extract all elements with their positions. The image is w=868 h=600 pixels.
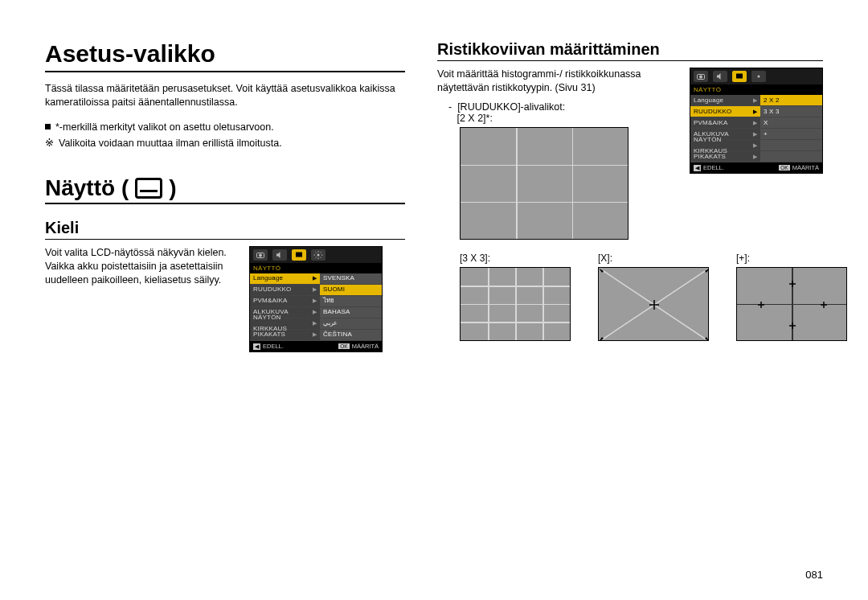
lang-cestina: ČEŠTINA bbox=[320, 330, 382, 341]
label-x: [X]: bbox=[598, 253, 709, 264]
svg-rect-6 bbox=[736, 74, 743, 79]
menu-title: NÄYTTÖ bbox=[250, 263, 382, 273]
ristikko-description: Voit määrittää histogrammi-/ ristikkoikk… bbox=[437, 68, 678, 95]
lang-suomi: SUOMI bbox=[320, 285, 382, 296]
tab-settings-icon bbox=[311, 249, 326, 261]
menu-item-ruudukko: RUUDUKKO▶ bbox=[690, 106, 760, 117]
menu-item-language: Language▶ bbox=[690, 95, 760, 106]
grid-menu-screenshot: NÄYTTÖ Language▶ RUUDUKKO▶ PVM&AIKA▶ ALK… bbox=[690, 68, 823, 174]
page-number: 081 bbox=[805, 569, 823, 581]
tab-camera-icon bbox=[694, 71, 708, 82]
footer-ok: OKMÄÄRITÄ bbox=[779, 164, 819, 171]
menu-item-ruudukko: RUUDUKKO▶ bbox=[250, 285, 320, 296]
lang-svenska: SVENSKA bbox=[320, 273, 382, 285]
page-title: Asetus-valikko bbox=[45, 40, 405, 72]
grid-preview-3x3 bbox=[460, 267, 571, 341]
subheading-kieli: Kieli bbox=[45, 219, 405, 240]
kieli-description: Voit valita LCD-näytössä näkyvän kielen.… bbox=[45, 246, 238, 287]
footer-ok: OKMÄÄRITÄ bbox=[338, 343, 379, 350]
bullet-notice: ※Valikoita voidaan muuttaa ilman erillis… bbox=[45, 135, 405, 151]
tab-display-icon bbox=[732, 71, 747, 82]
asterisk-icon: ※ bbox=[45, 138, 54, 149]
intro-text: Tässä tilassa määritetään perusasetukset… bbox=[45, 82, 405, 109]
section-naytto-heading: Näyttö ( ) bbox=[45, 175, 405, 204]
tab-sound-icon bbox=[272, 249, 287, 261]
monitor-icon bbox=[135, 178, 162, 199]
menu-item-kirkkaus: NÄYTÖN KIRKKAUS▶ bbox=[250, 318, 320, 330]
menu-item-pvmaika: PVM&AIKA▶ bbox=[690, 117, 760, 129]
tab-sound-icon bbox=[713, 71, 727, 82]
svg-point-7 bbox=[758, 76, 760, 78]
grid-preview-plus bbox=[736, 267, 847, 341]
square-bullet-icon bbox=[45, 124, 51, 129]
grid-opt-2x2: 2 X 2 bbox=[760, 95, 822, 106]
lang-thai: ไทย bbox=[320, 296, 382, 307]
lang-bahasa: BAHASA bbox=[320, 307, 382, 318]
bullet-default: *-merkillä merkityt valikot on asettu ol… bbox=[45, 119, 405, 135]
svg-point-0 bbox=[259, 253, 262, 257]
grid-preview-x bbox=[598, 267, 709, 341]
tab-display-icon bbox=[292, 249, 306, 261]
svg-rect-2 bbox=[296, 252, 302, 257]
footer-prev: ◀EDELL. bbox=[694, 164, 724, 171]
svg-line-8 bbox=[599, 268, 708, 340]
grid-opt-plus: + bbox=[760, 129, 822, 140]
language-menu-screenshot: NÄYTTÖ Language▶ RUUDUKKO▶ PVM&AIKA▶ ALK… bbox=[249, 246, 383, 352]
tab-camera-icon bbox=[253, 249, 268, 261]
label-3x3: [3 X 3]: bbox=[460, 253, 571, 264]
menu-item-pvmaika: PVM&AIKA▶ bbox=[250, 296, 320, 307]
svg-point-4 bbox=[699, 76, 702, 79]
grid-opt-x: X bbox=[760, 117, 822, 129]
subheading-ristikko: Ristikkoviivan määrittäminen bbox=[437, 40, 823, 61]
grid-opt-3x3: 3 X 3 bbox=[760, 106, 822, 117]
label-plus: [+]: bbox=[736, 253, 847, 264]
menu-title: NÄYTTÖ bbox=[690, 84, 822, 95]
menu-item-language: Language▶ bbox=[250, 273, 320, 285]
grid-preview-2x2 bbox=[460, 127, 628, 240]
lang-arabic: عربي bbox=[320, 318, 382, 330]
footer-prev: ◀EDELL. bbox=[253, 343, 284, 350]
tab-settings-icon bbox=[751, 71, 766, 82]
menu-item-kirkkaus: NÄYTÖN KIRKKAUS▶ bbox=[690, 140, 760, 151]
svg-point-3 bbox=[317, 253, 320, 256]
